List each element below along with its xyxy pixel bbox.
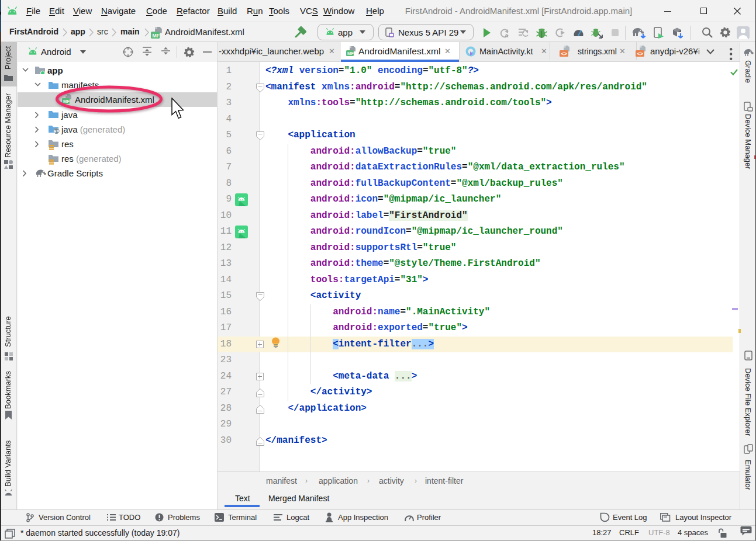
svg-text:MF: MF xyxy=(347,51,354,56)
svg-text:<>: <> xyxy=(637,51,643,57)
svg-text:MF: MF xyxy=(152,33,160,39)
svg-text:A: A xyxy=(505,33,509,38)
svg-text:<>: <> xyxy=(561,51,567,57)
